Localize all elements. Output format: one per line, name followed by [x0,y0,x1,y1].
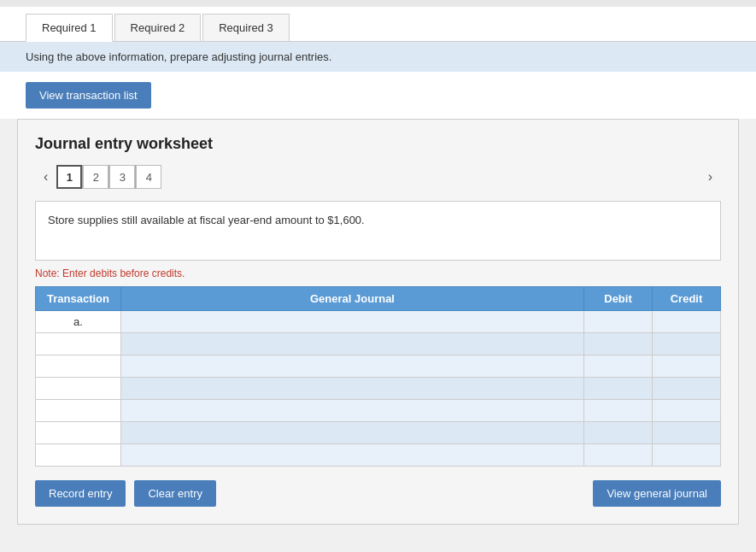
table-row [36,422,721,444]
transaction-label-cell [36,355,121,378]
description-box: Store supplies still available at fiscal… [35,201,721,261]
top-bar [0,0,756,7]
debit-input[interactable] [584,378,652,399]
instruction-bar: Using the above information, prepare adj… [0,42,756,72]
clear-entry-button[interactable]: Clear entry [134,480,216,507]
credit-input[interactable] [653,311,720,332]
note-text: Note: Enter debits before credits. [35,267,721,279]
general-journal-input[interactable] [121,355,583,377]
worksheet-title: Journal entry worksheet [35,135,721,153]
credit-input[interactable] [653,333,720,355]
general-journal-cell[interactable] [121,378,584,400]
page-3[interactable]: 3 [109,165,135,189]
credit-cell[interactable] [653,378,721,400]
credit-cell[interactable] [653,444,721,467]
description-text: Store supplies still available at fiscal… [48,214,365,226]
tabs-container: Required 1 Required 2 Required 3 [0,7,756,42]
page-2[interactable]: 2 [83,165,108,189]
debit-cell[interactable] [584,333,653,355]
general-journal-cell[interactable] [121,422,584,444]
general-journal-cell[interactable] [121,311,584,333]
pages-group: 1 2 3 4 [56,165,161,189]
credit-cell[interactable] [653,333,721,355]
debit-cell[interactable] [584,444,653,467]
transaction-label-cell [36,422,121,444]
view-btn-area: View transaction list [0,72,756,119]
table-row [36,333,721,355]
bottom-btns: Record entry Clear entry View general jo… [35,480,721,507]
debit-cell[interactable] [584,355,653,378]
view-transaction-button[interactable]: View transaction list [26,82,151,109]
credit-input[interactable] [653,444,720,466]
credit-input[interactable] [653,422,720,443]
transaction-label-cell [36,400,121,422]
transaction-label-cell [36,378,121,400]
debit-cell[interactable] [584,378,653,400]
transaction-label-cell [36,444,121,467]
instruction-text: Using the above information, prepare adj… [26,50,331,63]
page-1[interactable]: 1 [56,165,82,189]
general-journal-input[interactable] [121,400,583,421]
debit-input[interactable] [584,355,652,377]
general-journal-input[interactable] [121,422,583,443]
credit-cell[interactable] [653,311,721,333]
page-prev-arrow[interactable]: ‹ [35,166,56,188]
col-header-general: General Journal [121,287,584,311]
general-journal-cell[interactable] [121,355,584,378]
journal-table: Transaction General Journal Debit Credit… [35,286,721,467]
credit-input[interactable] [653,378,720,399]
table-row [36,355,721,378]
credit-input[interactable] [653,355,720,377]
table-row [36,400,721,422]
tab-required-1[interactable]: Required 1 [26,14,113,42]
debit-cell[interactable] [584,311,653,333]
general-journal-input[interactable] [121,311,583,332]
general-journal-cell[interactable] [121,400,584,422]
table-row: a. [36,311,721,333]
transaction-label-cell [36,333,121,355]
debit-input[interactable] [584,333,652,355]
transaction-label-cell: a. [36,311,121,333]
col-header-transaction: Transaction [36,287,121,311]
worksheet-container: Journal entry worksheet ‹ 1 2 3 4 › Stor… [17,119,739,525]
credit-cell[interactable] [653,355,721,378]
general-journal-cell[interactable] [121,444,584,467]
credit-cell[interactable] [653,400,721,422]
page-4[interactable]: 4 [136,165,161,189]
view-general-journal-button[interactable]: View general journal [593,480,721,507]
table-row [36,378,721,400]
debit-input[interactable] [584,400,652,421]
tab-required-3[interactable]: Required 3 [202,14,290,41]
general-journal-cell[interactable] [121,333,584,355]
debit-input[interactable] [584,422,652,443]
page-next-arrow[interactable]: › [700,166,721,188]
tab-required-2[interactable]: Required 2 [114,14,202,41]
record-entry-button[interactable]: Record entry [35,480,126,507]
pagination-row: ‹ 1 2 3 4 › [35,165,721,189]
credit-cell[interactable] [653,422,721,444]
debit-cell[interactable] [584,400,653,422]
general-journal-input[interactable] [121,333,583,355]
general-journal-input[interactable] [121,378,583,399]
col-header-credit: Credit [653,287,721,311]
debit-cell[interactable] [584,422,653,444]
table-row [36,444,721,467]
general-journal-input[interactable] [121,444,583,466]
debit-input[interactable] [584,311,652,332]
credit-input[interactable] [653,400,720,421]
col-header-debit: Debit [584,287,653,311]
debit-input[interactable] [584,444,652,466]
